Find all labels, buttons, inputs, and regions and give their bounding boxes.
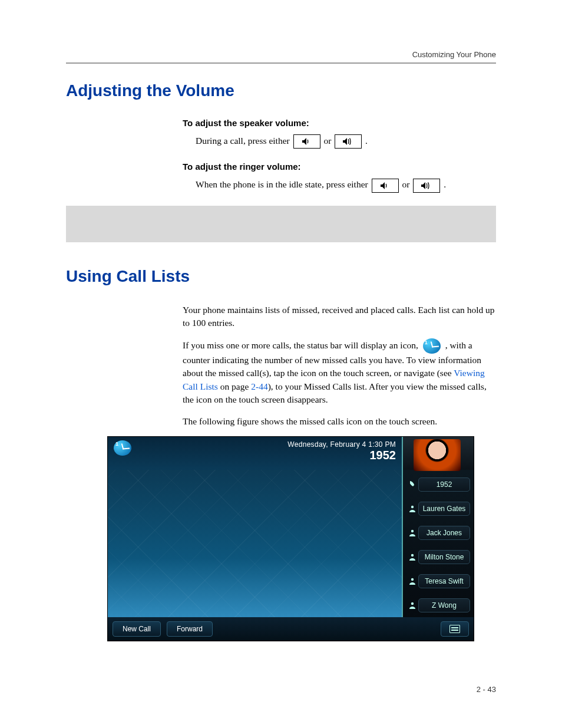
- line-key-label: Lauren Gates: [418, 502, 470, 516]
- heading-using-call-lists: Using Call Lists: [66, 267, 496, 286]
- text: on page: [218, 381, 251, 391]
- line-key[interactable]: Lauren Gates: [406, 498, 470, 519]
- speaker-low-icon: [302, 137, 312, 146]
- phone-extension: 1952: [287, 449, 396, 462]
- text: .: [444, 179, 446, 189]
- page-number: 2 - 43: [477, 685, 496, 694]
- svg-point-0: [411, 505, 414, 508]
- phone-missed-calls-icon[interactable]: [114, 440, 131, 456]
- person-icon: [406, 553, 418, 561]
- running-head: Customizing Your Phone: [66, 50, 496, 59]
- line-key-label: Milton Stone: [418, 550, 470, 564]
- line-ringer-volume: When the phone is in the idle state, pre…: [196, 177, 496, 192]
- speaker-high-icon: [421, 182, 432, 190]
- heading-adjusting-volume: Adjusting the Volume: [66, 81, 496, 100]
- svg-point-1: [411, 529, 414, 532]
- speaker-high-icon: [342, 137, 354, 146]
- text: If you miss one or more calls, the statu…: [183, 340, 421, 350]
- svg-point-3: [411, 578, 414, 580]
- phone-line-keys: 1952Lauren GatesJack JonesMilton StoneTe…: [402, 470, 474, 617]
- handset-icon: [406, 480, 418, 489]
- volume-up-button[interactable]: [413, 179, 440, 193]
- text: When the phone is in the idle state, pre…: [196, 179, 371, 189]
- para-missed-icon: If you miss one or more calls, the statu…: [183, 338, 496, 407]
- person-icon: [406, 529, 418, 537]
- line-key[interactable]: Milton Stone: [406, 546, 470, 567]
- xref-page[interactable]: 2-44: [251, 381, 267, 391]
- line-key[interactable]: 1952: [406, 474, 470, 495]
- header-rule: [66, 62, 496, 64]
- person-icon: [406, 601, 418, 610]
- phone-avatar-panel: [402, 437, 474, 470]
- subhead-ringer-volume: To adjust the ringer volume:: [183, 162, 496, 172]
- softkey-new-call[interactable]: New Call: [113, 621, 161, 637]
- person-icon: [406, 577, 418, 585]
- svg-point-2: [411, 554, 414, 556]
- para-figure-caption: The following figure shows the missed ca…: [183, 415, 496, 428]
- phone-datetime: Wednesday, February 4 1:30 PM: [287, 440, 396, 449]
- text: or: [402, 179, 412, 189]
- line-key[interactable]: Jack Jones: [406, 522, 470, 543]
- line-key-label: Teresa Swift: [418, 574, 470, 588]
- softkey-menu[interactable]: [441, 621, 469, 637]
- speaker-low-icon: [380, 182, 391, 190]
- missed-calls-icon: [423, 338, 441, 354]
- svg-point-4: [411, 602, 414, 604]
- volume-up-button[interactable]: [335, 134, 362, 149]
- text: or: [323, 136, 333, 146]
- menu-icon: [449, 625, 460, 633]
- phone-status-bar: [108, 437, 287, 470]
- line-speaker-volume: During a call, press either or .: [196, 134, 496, 149]
- line-key[interactable]: Z Wong: [406, 595, 470, 615]
- volume-down-button[interactable]: [293, 134, 320, 149]
- line-key-label: Jack Jones: [418, 526, 470, 540]
- person-icon: [406, 505, 418, 513]
- phone-background: [108, 470, 402, 617]
- volume-down-button[interactable]: [372, 179, 399, 193]
- avatar: [414, 439, 461, 471]
- text: .: [365, 136, 368, 146]
- text: During a call, press either: [196, 136, 292, 146]
- line-key-label: Z Wong: [418, 598, 470, 612]
- figure-phone-screenshot: Wednesday, February 4 1:30 PM 1952 1952L…: [107, 436, 474, 641]
- para-intro: Your phone maintains lists of missed, re…: [183, 304, 496, 330]
- note-placeholder: [66, 206, 496, 242]
- subhead-speaker-volume: To adjust the speaker volume:: [183, 118, 496, 128]
- line-key-label: 1952: [418, 477, 470, 492]
- line-key[interactable]: Teresa Swift: [406, 571, 470, 591]
- softkey-forward[interactable]: Forward: [167, 621, 213, 637]
